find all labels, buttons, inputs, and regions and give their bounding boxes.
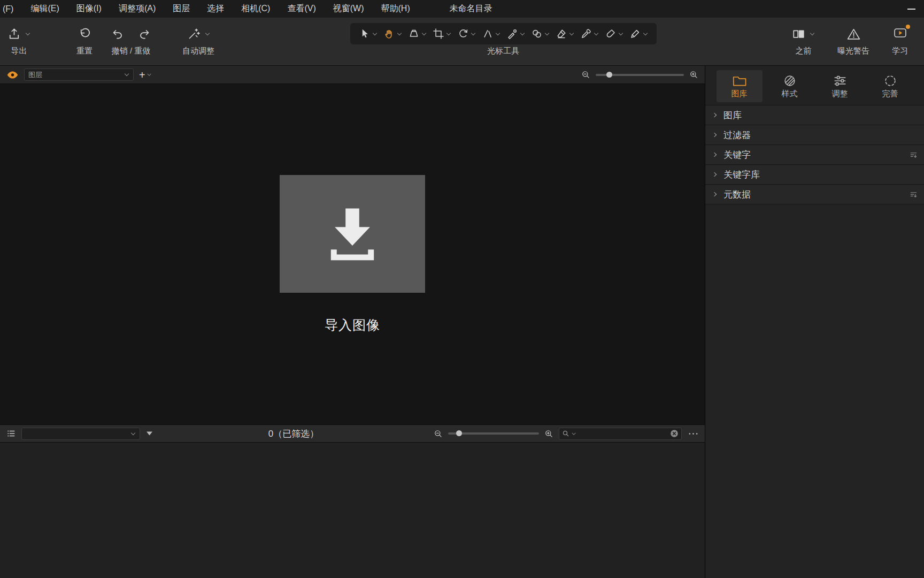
pen-icon [629, 28, 641, 40]
section-metadata[interactable]: 元数据 [705, 185, 924, 204]
slider-thumb [606, 72, 612, 78]
chevron-down-icon [147, 73, 151, 77]
tool-tabs: 图库样式调整完善 [705, 66, 924, 105]
menu-item[interactable]: 图层 [164, 0, 198, 18]
chevron-right-icon [713, 153, 718, 157]
menu-item[interactable]: 帮助(H) [373, 0, 419, 18]
zoom-in-icon[interactable] [544, 429, 553, 438]
straighten-icon [482, 28, 494, 40]
redo-icon[interactable] [138, 27, 151, 41]
plus-icon: + [139, 70, 145, 80]
hand-tool[interactable] [383, 28, 402, 40]
menu-item[interactable]: 选择 [198, 0, 233, 18]
chevron-down-icon [446, 32, 451, 36]
erase-tool[interactable] [556, 28, 574, 40]
clone-tool[interactable] [531, 28, 550, 40]
more-options-icon[interactable] [688, 432, 698, 436]
warning-triangle-icon [847, 27, 860, 41]
chevron-right-icon [713, 172, 718, 177]
section-keywords[interactable]: 关键字 [705, 145, 924, 165]
pointer-icon [359, 28, 371, 40]
rotate-tool[interactable] [457, 28, 476, 40]
section-library[interactable]: 图库 [705, 105, 924, 125]
tab-label: 样式 [782, 89, 798, 97]
filter-funnel-icon[interactable] [145, 430, 153, 437]
thumbnail-size-slider[interactable] [448, 432, 539, 435]
reset-button[interactable]: 重置 [76, 23, 93, 56]
viewer-zoom-slider[interactable] [596, 74, 684, 76]
section-filters[interactable]: 过滤器 [705, 125, 924, 145]
tab-label: 图库 [732, 89, 748, 97]
presets-icon[interactable] [910, 151, 918, 159]
crop-tool[interactable] [433, 28, 451, 40]
layers-dropdown[interactable]: 图层 [24, 69, 134, 81]
viewer-canvas: 导入图像 [0, 84, 705, 424]
straighten-tool[interactable] [482, 28, 500, 40]
menu-item[interactable]: 视窗(W) [325, 0, 373, 18]
heal-tool[interactable] [506, 28, 525, 40]
export-button[interactable]: 导出 [7, 23, 30, 56]
auto-adjust-button[interactable]: 自动调整 [182, 23, 214, 56]
undo-redo-group: 撤销 / 重做 [111, 23, 151, 56]
tab-label: 调整 [832, 89, 848, 97]
pen-tool[interactable] [629, 28, 648, 40]
search-field [559, 428, 682, 440]
zoom-in-icon[interactable] [689, 70, 698, 79]
chevron-down-icon [810, 32, 815, 36]
chevron-down-icon [594, 32, 599, 36]
section-label: 元数据 [723, 188, 751, 201]
browser-filmstrip [0, 443, 705, 578]
loupe-tool[interactable] [408, 28, 427, 40]
toolbar-right-group: 之前 曝光警告 学习 [792, 23, 908, 56]
presets-icon[interactable] [910, 191, 918, 199]
window-minimize-icon[interactable] [899, 0, 924, 18]
eyedropper-tool[interactable] [580, 28, 599, 40]
menubar: (F)编辑(E)图像(I)调整项(A)图层选择相机(C)查看(V)视窗(W)帮助… [0, 0, 924, 18]
tab-styles[interactable]: 样式 [767, 70, 813, 102]
zoom-out-icon[interactable] [581, 70, 590, 79]
menu-items: (F)编辑(E)图像(I)调整项(A)图层选择相机(C)查看(V)视窗(W)帮助… [0, 0, 419, 18]
tab-adjust[interactable]: 调整 [817, 70, 863, 102]
menu-item[interactable]: (F) [0, 0, 22, 18]
notification-dot [906, 25, 910, 29]
section-keyword-library[interactable]: 关键字库 [705, 165, 924, 185]
tab-refine[interactable]: 完善 [867, 70, 913, 102]
exposure-warning-toggle[interactable]: 曝光警告 [837, 23, 869, 56]
chevron-right-icon [713, 133, 718, 138]
add-layer-button[interactable]: + [139, 70, 152, 80]
folder-icon [732, 74, 747, 87]
list-view-icon[interactable] [6, 429, 16, 438]
learn-button[interactable]: 学习 [892, 23, 908, 56]
undo-icon[interactable] [111, 27, 124, 41]
pointer-tool[interactable] [359, 28, 378, 40]
undo-redo-label: 撤销 / 重做 [112, 46, 151, 56]
before-toggle[interactable]: 之前 [792, 23, 815, 56]
section-label: 关键字 [723, 149, 751, 161]
learn-label: 学习 [892, 46, 908, 56]
zoom-out-icon[interactable] [434, 429, 443, 438]
chevron-right-icon [713, 113, 718, 118]
import-images-tile[interactable] [280, 175, 425, 293]
refine-icon [883, 74, 898, 87]
sort-dropdown[interactable] [21, 428, 140, 440]
viewer-toolbar: 图层 + [0, 66, 705, 84]
chevron-down-icon [569, 32, 574, 36]
heal-icon [506, 28, 518, 40]
brush-tool[interactable] [605, 28, 623, 40]
menu-item[interactable]: 调整项(A) [110, 0, 164, 18]
menu-item[interactable]: 查看(V) [279, 0, 324, 18]
menu-item[interactable]: 图像(I) [68, 0, 110, 18]
section-label: 图库 [723, 109, 742, 121]
menu-item[interactable]: 相机(C) [233, 0, 279, 18]
chevron-down-icon [643, 32, 648, 36]
content-area: 图层 + 导入图像 [0, 66, 924, 578]
clear-search-icon[interactable] [670, 429, 679, 438]
proof-eye-icon[interactable] [6, 71, 19, 79]
search-icon [562, 430, 570, 438]
tab-library[interactable]: 图库 [717, 70, 763, 102]
chevron-down-icon [125, 72, 129, 77]
auto-adjust-label: 自动调整 [182, 46, 214, 56]
search-input[interactable] [578, 430, 668, 438]
menu-item[interactable]: 编辑(E) [22, 0, 67, 18]
cursor-tools-group [350, 23, 657, 44]
